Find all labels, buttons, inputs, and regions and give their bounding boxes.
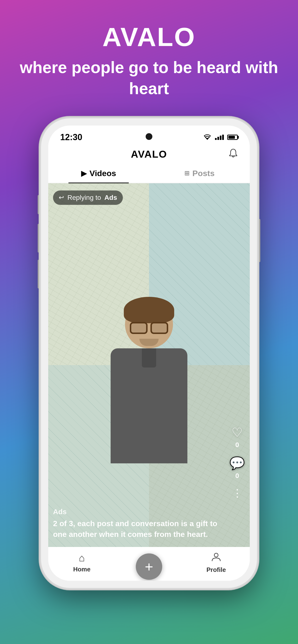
volume-down-button [38, 224, 41, 252]
glass-right [151, 322, 168, 334]
notification-bell-icon[interactable] [229, 148, 238, 160]
volume-up-button [38, 195, 41, 214]
app-title: AVALO [19, 22, 279, 52]
like-button[interactable]: ♡ 0 [232, 425, 243, 449]
person-figure-overlay [48, 183, 250, 547]
caption-username: Ads [53, 508, 221, 516]
topbar-title: AVALO [131, 148, 167, 160]
power-button [257, 219, 260, 262]
status-bar: 12:30 [48, 126, 250, 145]
home-icon: ⌂ [79, 552, 85, 564]
svg-point-0 [214, 553, 218, 557]
reply-badge[interactable]: ↩ Replying to Ads [53, 190, 123, 205]
videos-play-icon: ▶ [81, 169, 87, 178]
app-subtitle: where people go to be heard with heart [19, 57, 279, 99]
tab-posts[interactable]: ⊞ Posts [149, 164, 250, 183]
heart-icon: ♡ [232, 425, 243, 440]
tab-videos-label: Videos [89, 169, 116, 178]
nav-profile[interactable]: Profile [183, 552, 250, 574]
signal-icon [215, 135, 224, 140]
reply-arrow-icon: ↩ [59, 194, 64, 201]
person-figure [99, 300, 199, 468]
nav-center: + [136, 554, 162, 580]
person-body [111, 348, 187, 463]
front-camera [146, 133, 152, 140]
profile-label: Profile [207, 566, 226, 574]
phone-container: 12:30 [41, 118, 257, 588]
replying-to-username: Ads [104, 194, 117, 202]
caption-text: 2 of 3, each post and conversation is a … [53, 518, 221, 540]
video-actions-sidebar: ♡ 0 💬 0 ⋮ [229, 425, 245, 499]
tab-videos[interactable]: ▶ Videos [48, 164, 149, 183]
battery-tip [238, 136, 239, 139]
tab-posts-label: Posts [192, 169, 215, 178]
bottom-nav: ⌂ Home + [48, 547, 250, 581]
comment-button[interactable]: 💬 0 [229, 456, 245, 480]
more-options-button[interactable]: ⋮ [232, 487, 243, 499]
comment-icon: 💬 [229, 456, 245, 470]
silent-switch [38, 260, 41, 288]
person-glasses [130, 322, 168, 334]
like-count: 0 [235, 441, 239, 449]
more-dots-icon: ⋮ [232, 487, 243, 499]
beard [139, 339, 159, 346]
tabs-bar: ▶ Videos ⊞ Posts [48, 164, 250, 183]
phone-screen: 12:30 [48, 126, 250, 581]
wifi-icon [203, 134, 212, 140]
replying-to-text: Replying to [67, 194, 101, 202]
nav-home[interactable]: ⌂ Home [48, 552, 115, 573]
app-topbar: AVALO [48, 145, 250, 164]
video-feed: ↩ Replying to Ads ♡ 0 💬 0 ⋮ [48, 183, 250, 547]
comment-count: 0 [235, 472, 239, 480]
posts-grid-icon: ⊞ [184, 170, 190, 177]
profile-icon [211, 552, 221, 564]
app-header: AVALO where people go to be heard with h… [0, 0, 298, 114]
video-caption: Ads 2 of 3, each post and conversation i… [53, 508, 221, 540]
status-icons [203, 134, 238, 140]
home-label: Home [73, 566, 90, 573]
battery-icon [227, 135, 238, 140]
battery-fill [228, 136, 235, 139]
person-head [125, 300, 173, 348]
glass-left [130, 322, 147, 334]
phone-shell: 12:30 [41, 118, 257, 588]
add-post-button[interactable]: + [136, 554, 162, 580]
status-time: 12:30 [60, 132, 82, 142]
plus-icon: + [145, 558, 153, 575]
